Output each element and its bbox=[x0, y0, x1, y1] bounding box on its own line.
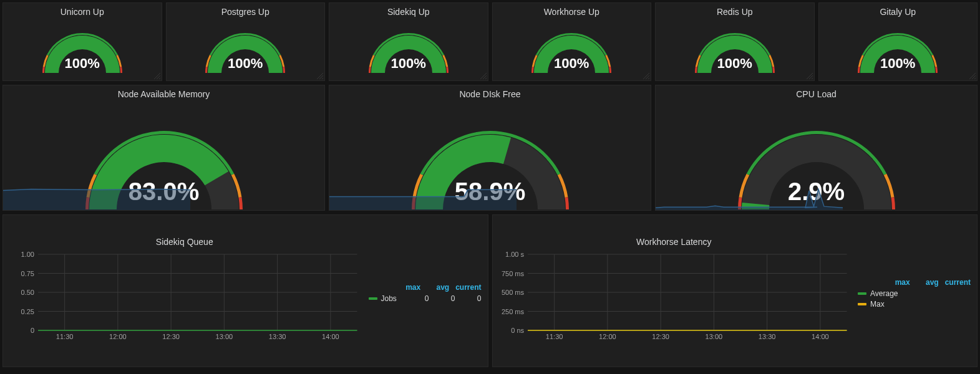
svg-text:12:30: 12:30 bbox=[162, 333, 180, 340]
svg-text:12:30: 12:30 bbox=[652, 333, 669, 340]
panel-node-disk[interactable]: Node DIsk Free 58.9% bbox=[329, 85, 651, 211]
gauge-value: 100% bbox=[29, 55, 135, 72]
legend-col-avg[interactable]: avg bbox=[427, 283, 449, 292]
legend-row[interactable]: Jobs 0 0 0 bbox=[369, 294, 482, 303]
legend-header: max avg current bbox=[369, 283, 482, 292]
svg-text:12:00: 12:00 bbox=[109, 333, 127, 340]
panel-sidekiq-queue[interactable]: Sidekiq Queue 00.250.500.751.0011:3012:0… bbox=[2, 214, 488, 367]
legend-col-max[interactable]: max bbox=[888, 278, 910, 287]
legend-col-current[interactable]: current bbox=[945, 278, 971, 287]
svg-text:13:30: 13:30 bbox=[758, 333, 775, 340]
panel-sidekiq-up[interactable]: Sidekiq Up 100% bbox=[329, 2, 488, 81]
gauge-value: 58.9% bbox=[384, 178, 596, 206]
panel-title: Sidekiq Up bbox=[329, 3, 488, 18]
gauge-value: 100% bbox=[518, 55, 624, 72]
svg-text:0: 0 bbox=[31, 327, 34, 334]
gauge: 100% bbox=[29, 19, 135, 75]
panel-title: Unicorn Up bbox=[3, 3, 162, 18]
panel-workhorse-up[interactable]: Workhorse Up 100% bbox=[492, 2, 652, 81]
dashboard: Unicorn Up 100% Postgres Up 100% Sidekiq… bbox=[0, 0, 980, 373]
panel-workhorse-latency[interactable]: Workhorse Latency 0 ns250 ms500 ms750 ms… bbox=[492, 214, 978, 367]
row-status-gauges: Unicorn Up 100% Postgres Up 100% Sidekiq… bbox=[2, 2, 978, 81]
resize-handle-icon[interactable] bbox=[642, 72, 651, 80]
legend-val-avg: 0 bbox=[433, 294, 455, 303]
panel-postgres-up[interactable]: Postgres Up 100% bbox=[166, 2, 326, 81]
svg-text:1.00: 1.00 bbox=[21, 251, 34, 258]
legend-row[interactable]: Max bbox=[858, 300, 971, 309]
gauge-value: 100% bbox=[682, 55, 788, 72]
gauge: 58.9% bbox=[384, 103, 596, 211]
svg-text:13:30: 13:30 bbox=[269, 333, 286, 340]
gauge-value: 100% bbox=[356, 55, 462, 72]
svg-text:500 ms: 500 ms bbox=[501, 289, 524, 296]
gauge-value: 100% bbox=[845, 55, 951, 72]
legend-col-max[interactable]: max bbox=[398, 283, 420, 292]
legend-series-name: Max bbox=[870, 300, 971, 309]
legend: max avg current Average Max bbox=[855, 272, 977, 310]
panel-title: Workhorse Up bbox=[493, 3, 651, 18]
legend-series-name: Average bbox=[870, 289, 971, 298]
svg-text:14:00: 14:00 bbox=[322, 333, 339, 340]
panel-title: Postgres Up bbox=[167, 3, 325, 18]
resize-handle-icon[interactable] bbox=[153, 72, 162, 80]
row-line-charts: Sidekiq Queue 00.250.500.751.0011:3012:0… bbox=[2, 214, 978, 367]
panel-redis-up[interactable]: Redis Up 100% bbox=[655, 2, 815, 81]
legend-val-current: 0 bbox=[459, 294, 482, 303]
panel-unicorn-up[interactable]: Unicorn Up 100% bbox=[2, 2, 162, 81]
gauge-value: 100% bbox=[192, 55, 298, 72]
svg-text:13:00: 13:00 bbox=[216, 333, 233, 340]
svg-text:750 ms: 750 ms bbox=[501, 270, 524, 277]
gauge: 2.9% bbox=[711, 103, 923, 211]
legend-col-current[interactable]: current bbox=[455, 283, 481, 292]
svg-text:11:30: 11:30 bbox=[56, 333, 74, 340]
svg-text:12:00: 12:00 bbox=[599, 333, 616, 340]
resize-handle-icon[interactable] bbox=[479, 72, 488, 80]
gauge: 100% bbox=[518, 19, 624, 75]
gauge-value: 83.0% bbox=[58, 178, 270, 206]
panel-title: Node DIsk Free bbox=[329, 85, 651, 100]
plot-area: 00.250.500.751.0011:3012:0012:3013:0013:… bbox=[8, 251, 361, 346]
legend-row[interactable]: Average bbox=[858, 289, 971, 298]
svg-text:0.50: 0.50 bbox=[21, 289, 34, 296]
panel-cpu-load[interactable]: CPU Load 2.9% bbox=[655, 85, 978, 211]
legend-swatch bbox=[858, 303, 866, 305]
panel-gitaly-up[interactable]: Gitaly Up 100% bbox=[818, 2, 978, 81]
row-resource-gauges: Node Available Memory 83.0% Node DIsk Fr… bbox=[2, 85, 978, 211]
legend-col-avg[interactable]: avg bbox=[916, 278, 939, 287]
svg-text:0.25: 0.25 bbox=[21, 308, 34, 315]
gauge: 100% bbox=[845, 19, 951, 75]
plot-area: 0 ns250 ms500 ms750 ms1.00 s11:3012:0012… bbox=[498, 251, 851, 346]
legend-swatch bbox=[858, 292, 866, 295]
gauge: 83.0% bbox=[58, 103, 270, 211]
svg-text:0 ns: 0 ns bbox=[511, 327, 524, 334]
resize-handle-icon[interactable] bbox=[316, 72, 324, 80]
panel-title: Redis Up bbox=[656, 3, 814, 18]
svg-text:13:00: 13:00 bbox=[705, 333, 722, 340]
svg-text:11:30: 11:30 bbox=[545, 333, 563, 340]
legend-header: max avg current bbox=[858, 278, 971, 287]
panel-title: Gitaly Up bbox=[819, 3, 978, 18]
gauge: 100% bbox=[356, 19, 462, 75]
svg-text:250 ms: 250 ms bbox=[501, 308, 524, 315]
svg-text:0.75: 0.75 bbox=[21, 270, 34, 277]
panel-title: Workhorse Latency bbox=[493, 233, 856, 248]
svg-text:1.00 s: 1.00 s bbox=[505, 251, 524, 258]
panel-title: Node Available Memory bbox=[3, 85, 324, 100]
legend-swatch bbox=[369, 297, 377, 300]
svg-text:14:00: 14:00 bbox=[812, 333, 829, 340]
legend-series-name: Jobs bbox=[381, 294, 403, 303]
panel-node-memory[interactable]: Node Available Memory 83.0% bbox=[2, 85, 325, 211]
panel-title: Sidekiq Queue bbox=[3, 233, 366, 248]
legend-val-max: 0 bbox=[407, 294, 429, 303]
panel-title: CPU Load bbox=[656, 85, 977, 100]
resize-handle-icon[interactable] bbox=[805, 72, 814, 80]
gauge-value: 2.9% bbox=[711, 178, 923, 206]
legend: max avg current Jobs 0 0 0 bbox=[366, 277, 488, 305]
gauge: 100% bbox=[192, 19, 298, 75]
gauge: 100% bbox=[682, 19, 788, 75]
resize-handle-icon[interactable] bbox=[968, 72, 977, 80]
